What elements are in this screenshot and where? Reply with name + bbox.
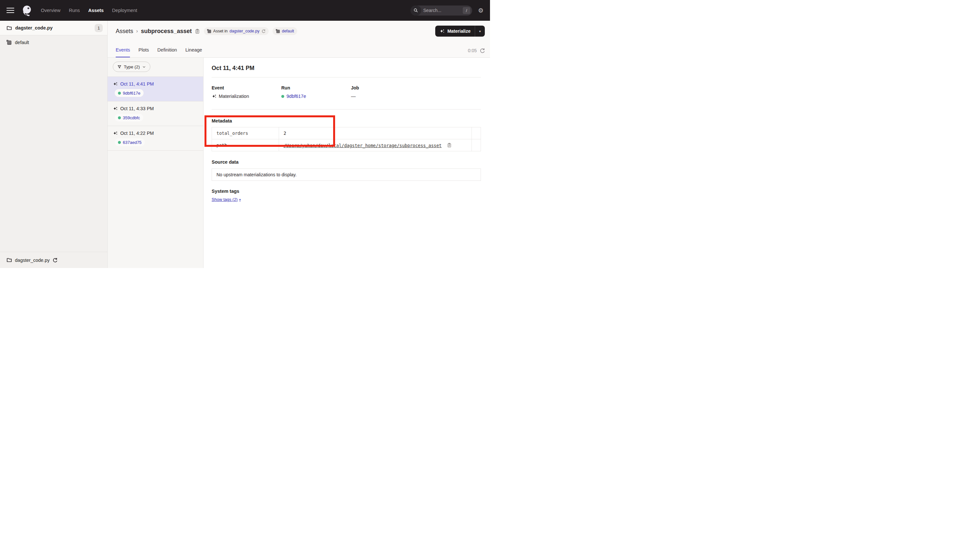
sidebar-footer: dagster_code.py xyxy=(0,252,107,268)
dagster-logo-icon[interactable] xyxy=(20,3,34,17)
materialization-sparkle-icon xyxy=(439,29,445,34)
reload-location-icon[interactable] xyxy=(261,29,266,33)
metadata-value: 2 xyxy=(279,127,472,139)
run-success-dot xyxy=(281,95,284,98)
top-nav: Overview Runs Assets Deployment / ⚙ xyxy=(0,0,490,21)
run-id-link[interactable]: 359cdbfc xyxy=(123,115,140,120)
code-location-link[interactable]: dagster_code.py xyxy=(229,29,259,33)
run-id-link[interactable]: 9dbf617e xyxy=(123,91,140,95)
breadcrumb: Assets › subprocess_asset xyxy=(116,28,200,35)
event-column-label: Event xyxy=(212,85,281,91)
tab-events[interactable]: Events xyxy=(116,47,130,57)
filter-label: Type (2) xyxy=(124,65,140,69)
type-filter-button[interactable]: Type (2) xyxy=(113,62,150,72)
asset-group-icon xyxy=(6,40,12,45)
metadata-row: total_orders 2 xyxy=(212,127,481,139)
tab-lineage[interactable]: Lineage xyxy=(185,47,202,57)
run-success-dot xyxy=(118,141,121,144)
event-detail-panel: Oct 11, 4:41 PM Event Materialization Ru… xyxy=(204,58,490,268)
asset-icon xyxy=(207,29,211,33)
nav-deployment[interactable]: Deployment xyxy=(112,8,137,13)
event-timestamp-link[interactable]: Oct 11, 4:33 PM xyxy=(120,106,154,111)
show-tags-link[interactable]: Show tags (2) ▾ xyxy=(212,197,241,202)
menu-button[interactable] xyxy=(6,8,14,13)
refresh-icon[interactable] xyxy=(480,48,485,53)
tab-plots[interactable]: Plots xyxy=(138,47,149,57)
event-detail-title: Oct 11, 4:41 PM xyxy=(212,65,481,72)
refresh-timer: 0:05 xyxy=(468,48,485,57)
run-id-link[interactable]: 637aed75 xyxy=(123,140,142,145)
event-row[interactable]: Oct 11, 4:41 PM 9dbf617e xyxy=(108,77,203,102)
job-column-label: Job xyxy=(351,85,481,91)
metadata-section: Metadata total_orders 2 path /Users/yuha… xyxy=(212,110,481,151)
sidebar-item-default[interactable]: default xyxy=(0,35,107,49)
badge-prefix: Asset in xyxy=(213,29,228,33)
event-list-panel: Type (2) Oct 11, 4:41 PM 9dbf617e xyxy=(108,58,204,268)
search-input[interactable] xyxy=(421,8,463,13)
folder-icon xyxy=(6,25,12,31)
run-success-dot xyxy=(118,92,121,95)
materialization-sparkle-icon xyxy=(113,82,118,86)
metadata-table: total_orders 2 path /Users/yuhan/dev/loc… xyxy=(212,127,481,151)
materialization-sparkle-icon xyxy=(212,94,216,99)
metadata-heading: Metadata xyxy=(212,118,481,124)
nav-overview[interactable]: Overview xyxy=(41,8,60,13)
nav-assets[interactable]: Assets xyxy=(88,8,104,13)
code-location-label: dagster_code.py xyxy=(15,258,49,263)
metadata-key: path xyxy=(212,139,279,151)
asset-group-badge: default xyxy=(272,27,298,35)
search-shortcut-key: / xyxy=(463,7,470,14)
copy-path-icon[interactable] xyxy=(447,143,452,148)
page-title: subprocess_asset xyxy=(141,28,192,35)
page-header: Assets › subprocess_asset Asset in dagst… xyxy=(108,21,490,58)
asset-count-badge: 1 xyxy=(95,24,103,32)
chevron-down-icon xyxy=(142,65,146,69)
search-bar[interactable]: / xyxy=(410,5,472,16)
nav-runs[interactable]: Runs xyxy=(69,8,80,13)
run-id-link[interactable]: 9dbf617e xyxy=(286,94,306,99)
metadata-key: total_orders xyxy=(212,127,279,139)
materialize-dropdown-button[interactable]: ▾ xyxy=(475,25,485,37)
asset-tabs: Events Plots Definition Lineage xyxy=(116,47,202,57)
metadata-row: path /Users/yuhan/dev/local/dagster_home… xyxy=(212,139,481,151)
run-column-label: Run xyxy=(281,85,351,91)
materialize-button[interactable]: Materialize xyxy=(435,25,475,37)
system-tags-heading: System tags xyxy=(212,189,481,194)
folder-icon xyxy=(6,257,12,263)
sidebar-group-dagster-code[interactable]: dagster_code.py 1 xyxy=(0,21,107,35)
reload-icon[interactable] xyxy=(52,258,57,262)
timer-value: 0:05 xyxy=(468,48,477,53)
event-timestamp-link[interactable]: Oct 11, 4:22 PM xyxy=(120,130,154,136)
asset-location-badge: Asset in dagster_code.py xyxy=(204,27,269,35)
run-id-pill[interactable]: 359cdbfc xyxy=(115,114,143,121)
event-timestamp-link[interactable]: Oct 11, 4:41 PM xyxy=(120,81,154,86)
materialization-sparkle-icon xyxy=(113,131,118,135)
breadcrumb-assets[interactable]: Assets xyxy=(116,28,133,35)
event-type-value: Materialization xyxy=(219,94,249,99)
materialize-label: Materialize xyxy=(447,29,471,34)
event-row[interactable]: Oct 11, 4:22 PM 637aed75 xyxy=(108,126,203,151)
asset-group-link[interactable]: default xyxy=(282,29,294,33)
job-value: — xyxy=(351,94,356,99)
caret-down-icon: ▾ xyxy=(479,30,480,33)
run-id-pill[interactable]: 637aed75 xyxy=(115,138,145,146)
primary-nav: Overview Runs Assets Deployment xyxy=(41,8,137,13)
asset-group-icon xyxy=(276,29,280,33)
filter-funnel-icon xyxy=(117,65,121,69)
source-data-section: Source data No upstream materializations… xyxy=(212,151,481,181)
source-data-heading: Source data xyxy=(212,159,481,165)
tab-definition[interactable]: Definition xyxy=(158,47,177,57)
materialize-split-button: Materialize ▾ xyxy=(435,25,485,37)
run-success-dot xyxy=(118,116,121,119)
copy-asset-name-icon[interactable] xyxy=(195,29,200,34)
sidebar-item-label: default xyxy=(15,40,29,45)
sidebar-group-label: dagster_code.py xyxy=(15,25,52,30)
metadata-path-link[interactable]: /Users/yuhan/dev/local/dagster_home/stor… xyxy=(283,143,442,148)
breadcrumb-separator: › xyxy=(136,28,138,34)
search-icon xyxy=(410,5,421,16)
run-id-pill[interactable]: 9dbf617e xyxy=(115,89,143,97)
show-tags-label: Show tags (2) xyxy=(212,197,237,202)
settings-gear-icon[interactable]: ⚙ xyxy=(478,8,484,14)
event-row[interactable]: Oct 11, 4:33 PM 359cdbfc xyxy=(108,102,203,126)
materialization-sparkle-icon xyxy=(113,106,118,111)
